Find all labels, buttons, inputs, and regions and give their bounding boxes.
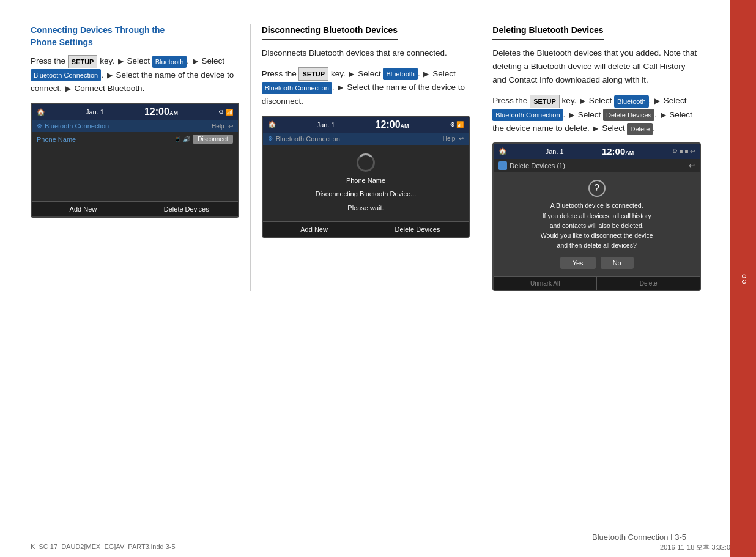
screen3-dialog-text: A Bluetooth device is connected.If you d… (541, 201, 653, 250)
col-disconnecting: Disconnecting Bluetooth Devices Disconne… (251, 24, 481, 291)
arrow-3d: ▶ (661, 109, 666, 122)
btconn-badge-3: Bluetooth Connection (492, 109, 563, 121)
screen1-subheader-text: Bluetooth Connection (45, 122, 109, 130)
screen3-yes-btn[interactable]: Yes (560, 257, 596, 269)
arrow-1b: ▶ (193, 56, 198, 68)
main-content: Connecting Devices Through the Phone Set… (0, 0, 730, 557)
arrow-3e: ▶ (593, 123, 598, 135)
screen2-back: ↩ (459, 135, 464, 142)
screen2-footer: Add New Delete Devices (263, 221, 469, 237)
screen2-time: 12:00AM (376, 119, 409, 130)
screen1-phone-name: Phone Name (37, 136, 76, 143)
screen2-home-icon: 🏠 (268, 120, 276, 128)
screen2-disconnect-msg: Disconnecting Bluetooth Device... (316, 189, 416, 199)
screen1-date: Jan. 1 (86, 108, 104, 116)
delete-badge: Delete (627, 123, 653, 135)
col3-desc: Deletes the Bluetooth devices that you a… (492, 46, 701, 87)
screen3-header: 🏠 Jan. 1 12:00AM ⚙ ■ ■ ↩ (494, 144, 700, 159)
screen2-add-btn[interactable]: Add New (263, 222, 366, 237)
screen3-back: ↩ (689, 161, 695, 170)
col3-title: Deleting Bluetooth Devices (492, 24, 603, 40)
screen1-bt-icon: ⚙ (37, 123, 42, 130)
screen2-subheader-text: Bluetooth Connection (276, 135, 340, 142)
screen2-help: Help (443, 135, 456, 142)
screen-mockup-1: 🏠 Jan. 1 12:00AM ⚙ 📶 ⚙ Bluetooth Connect… (31, 103, 239, 218)
setup-badge-1: SETUP (68, 55, 98, 68)
screen1-delete-btn[interactable]: Delete Devices (135, 202, 238, 216)
bluetooth-badge-2: Bluetooth (383, 68, 417, 80)
setup-badge-2: SETUP (298, 67, 328, 81)
screen1-home-icon: 🏠 (37, 108, 45, 116)
arrow-2a: ▶ (349, 68, 354, 81)
screen-mockup-2: 🏠 Jan. 1 12:00AM ⚙ 📶 ⚙ Bluetooth Connect… (262, 116, 470, 238)
col2-desc: Disconnects Bluetooth devices that are c… (262, 46, 470, 60)
red-tab: eo (730, 0, 756, 557)
screen2-body: Phone Name Disconnecting Bluetooth Devic… (263, 145, 469, 222)
col-connecting: Connecting Devices Through the Phone Set… (31, 24, 250, 291)
arrow-2c: ▶ (338, 82, 343, 94)
arrow-3c: ▶ (569, 109, 574, 122)
screen2-wait-msg: Please wait. (347, 203, 384, 213)
screen1-phone-icons: 📱 🔊 (174, 136, 190, 142)
screen3-delete-final-btn[interactable]: Delete (597, 277, 700, 290)
screen3-home-icon: 🏠 (498, 147, 507, 155)
screen3-unmark-btn[interactable]: Unmark All (494, 277, 597, 290)
btconn-badge-1: Bluetooth Connection (31, 69, 101, 81)
print-footer: K_SC 17_DAUD2[MEX_EG]AV_PART3.indd 3-5 2… (31, 540, 730, 552)
delete-devices-badge: Delete Devices (603, 109, 654, 121)
screen1-header: 🏠 Jan. 1 12:00AM ⚙ 📶 (32, 104, 238, 120)
screen2-icons: ⚙ 📶 (450, 121, 464, 128)
arrow-3a: ▶ (580, 95, 585, 108)
col2-body: Press the SETUP key. ▶ Select Bluetooth.… (262, 67, 470, 108)
screen3-footer: Unmark All Delete (494, 276, 700, 290)
screen2-subheader: ⚙ Bluetooth Connection Help ↩ (263, 133, 469, 145)
col1-body: Press the SETUP key. ▶ Select Bluetooth.… (31, 54, 239, 95)
screen1-time: 12:00AM (144, 106, 178, 117)
loading-spinner (357, 153, 375, 172)
screen2-delete-btn[interactable]: Delete Devices (366, 222, 469, 237)
screen-mockup-3: 🏠 Jan. 1 12:00AM ⚙ ■ ■ ↩ Delete Devices … (492, 142, 701, 290)
columns-container: Connecting Devices Through the Phone Set… (31, 24, 712, 291)
screen2-date: Jan. 1 (317, 121, 335, 128)
col-deleting: Deleting Bluetooth Devices Deletes the B… (481, 24, 712, 291)
screen1-footer: Add New Delete Devices (32, 201, 238, 216)
screen1-body (32, 146, 238, 201)
arrow-1c: ▶ (107, 70, 113, 82)
col1-title: Connecting Devices Through the Phone Set… (31, 24, 239, 48)
screen2-bt-icon: ⚙ (268, 135, 273, 142)
btconn-badge-2: Bluetooth Connection (262, 82, 332, 94)
arrow-1d: ▶ (65, 83, 71, 95)
screen3-checkbox (498, 161, 507, 170)
screen2-header: 🏠 Jan. 1 12:00AM ⚙ 📶 (263, 117, 469, 133)
screen3-dialog-buttons: Yes No (560, 257, 634, 269)
bluetooth-badge-3: Bluetooth (614, 95, 648, 108)
screen3-subheader: Delete Devices (1) ↩ (494, 159, 700, 172)
screen1-phoneline: Phone Name 📱 🔊 Disconnect (32, 132, 238, 146)
screen3-subheader-text: Delete Devices (1) (510, 162, 565, 169)
screen3-question-icon: ? (588, 180, 606, 197)
tab-label: eo (739, 273, 748, 284)
col3-body: Press the SETUP key. ▶ Select Bluetooth.… (492, 94, 701, 135)
print-left: K_SC 17_DAUD2[MEX_EG]AV_PART3.indd 3-5 (31, 543, 176, 552)
screen3-icons: ⚙ ■ ■ ↩ (672, 148, 695, 155)
screen2-phone-name: Phone Name (346, 175, 385, 186)
arrow-2b: ▶ (423, 68, 429, 81)
arrow-1a: ▶ (118, 56, 124, 68)
col2-title: Disconnecting Bluetooth Devices (262, 24, 398, 40)
screen3-no-btn[interactable]: No (601, 257, 634, 269)
screen3-body: ? A Bluetooth device is connected.If you… (494, 172, 700, 276)
screen1-subheader: ⚙ Bluetooth Connection Help ↩ (32, 120, 238, 132)
setup-badge-3: SETUP (530, 95, 560, 108)
print-right: 2016-11-18 오후 3:32:0 (660, 543, 730, 552)
bluetooth-badge-1: Bluetooth (152, 56, 187, 68)
arrow-3b: ▶ (654, 95, 660, 108)
screen3-date: Jan. 1 (546, 148, 564, 155)
screen1-add-btn[interactable]: Add New (32, 202, 135, 216)
screen1-disconnect-btn[interactable]: Disconnect (193, 135, 232, 144)
screen1-icons: ⚙ 📶 (218, 109, 233, 116)
screen1-back: ↩ (228, 123, 233, 130)
screen1-help: Help (212, 123, 224, 130)
screen3-time: 12:00AM (602, 146, 634, 157)
